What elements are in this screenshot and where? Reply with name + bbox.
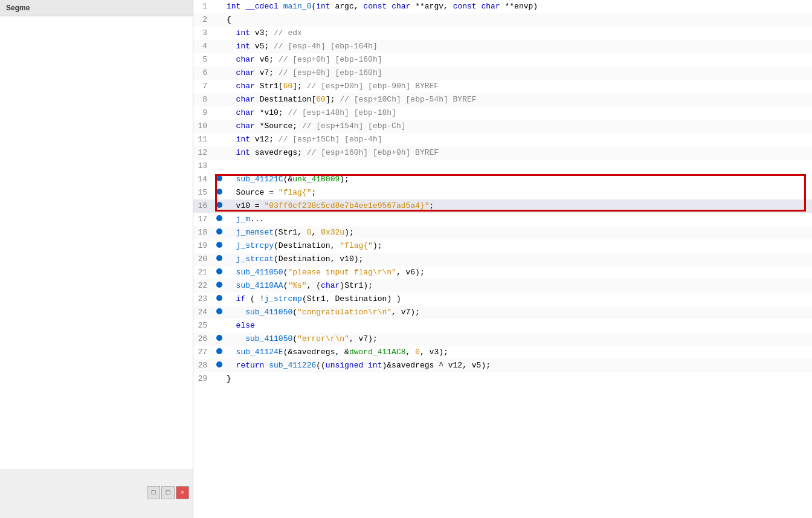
line-18: 18 j_memset(Str1, 0, 0x32u); [193, 226, 812, 239]
code-text: sub_411050("error\r\n", v7); [224, 332, 812, 346]
code-panel[interactable]: 1 int __cdecl main_0(int argc, const cha… [193, 0, 812, 518]
line-number: 11 [193, 133, 214, 146]
breakpoint-dot [214, 242, 224, 248]
line-27: 27 sub_41124E(&savedregs, &dword_411AC8,… [193, 346, 812, 359]
line-12: 12 int savedregs; // [esp+160h] [ebp+0h]… [193, 146, 812, 160]
code-text: sub_41124E(&savedregs, &dword_411AC8, 0,… [224, 346, 812, 359]
code-text: char v7; // [esp+0h] [ebp-160h] [224, 66, 812, 80]
line-16: 16 v10 = "03ff6cf238c5cd8e7b4ee1e9567ad5… [193, 199, 812, 213]
line-24: 24 sub_411050("congratulation\r\n", v7); [193, 306, 812, 319]
line-number: 3 [193, 27, 214, 40]
code-text: return sub_411226((unsigned int)&savedre… [224, 359, 812, 372]
code-text: int v3; // edx [224, 27, 812, 40]
line-number: 18 [193, 226, 214, 239]
line-number: 27 [193, 346, 214, 359]
breakpoint-dot [214, 189, 224, 195]
code-area: 1 int __cdecl main_0(int argc, const cha… [193, 0, 812, 386]
breakpoint-dot [214, 175, 224, 181]
line-26: 26 sub_411050("error\r\n", v7); [193, 332, 812, 346]
line-5: 5 char v6; // [esp+0h] [ebp-160h] [193, 53, 812, 66]
code-text: { [224, 13, 812, 27]
line-number: 1 [193, 0, 214, 13]
line-9: 9 char *v10; // [esp+148h] [ebp-18h] [193, 106, 812, 120]
breakpoint-dot [214, 268, 224, 274]
line-number: 2 [193, 13, 214, 27]
breakpoint-dot [214, 335, 224, 341]
line-25: 25 else [193, 319, 812, 332]
main-container: Segme □ □ × 1 int __cdecl main_0(int arg… [0, 0, 812, 518]
line-3: 3 int v3; // edx [193, 27, 812, 40]
line-17: 17 j_m... [193, 213, 812, 226]
line-14: 14 sub_41121C(&unk_41B009); [193, 173, 812, 186]
code-text: char *Source; // [esp+154h] [ebp-Ch] [224, 120, 812, 133]
code-text: char v6; // [esp+0h] [ebp-160h] [224, 53, 812, 66]
line-29: 29 } [193, 372, 812, 386]
sidebar: Segme □ □ × [0, 0, 193, 518]
line-19: 19 j_strcpy(Destination, "flag{"); [193, 239, 812, 253]
code-text: int __cdecl main_0(int argc, const char … [224, 0, 812, 13]
sidebar-content [0, 16, 193, 470]
code-text: if ( !j_strcmp(Str1, Destination) ) [224, 293, 812, 306]
line-number: 17 [193, 213, 214, 226]
breakpoint-dot [214, 282, 224, 288]
code-text: int savedregs; // [esp+160h] [ebp+0h] BY… [224, 146, 812, 160]
minimize-button[interactable]: □ [147, 486, 160, 499]
line-number: 4 [193, 40, 214, 53]
sidebar-bottom: □ □ × [0, 470, 193, 518]
code-text: else [224, 319, 812, 332]
code-text: sub_4110AA("%s", (char)Str1); [224, 279, 812, 293]
code-text: v10 = "03ff6cf238c5cd8e7b4ee1e9567ad5a4}… [224, 199, 812, 213]
code-text: Source = "flag{"; [224, 186, 812, 199]
line-23: 23 if ( !j_strcmp(Str1, Destination) ) [193, 293, 812, 306]
code-text: sub_411050("congratulation\r\n", v7); [224, 306, 812, 319]
line-number: 7 [193, 80, 214, 93]
restore-button[interactable]: □ [161, 486, 175, 499]
sidebar-header: Segme [0, 0, 193, 16]
breakpoint-dot [214, 348, 224, 354]
line-20: 20 j_strcat(Destination, v10); [193, 253, 812, 266]
line-number: 23 [193, 293, 214, 306]
line-number: 16 [193, 199, 214, 213]
line-number: 15 [193, 186, 214, 199]
line-6: 6 char v7; // [esp+0h] [ebp-160h] [193, 66, 812, 80]
line-15: 15 Source = "flag{"; [193, 186, 812, 199]
breakpoint-dot [214, 308, 224, 314]
close-button[interactable]: × [176, 486, 189, 499]
line-number: 28 [193, 359, 214, 372]
line-number: 10 [193, 120, 214, 133]
line-21: 21 sub_411050("please input flag\r\n", v… [193, 266, 812, 279]
line-28: 28 return sub_411226((unsigned int)&save… [193, 359, 812, 372]
line-11: 11 int v12; // [esp+15Ch] [ebp-4h] [193, 133, 812, 146]
line-number: 20 [193, 253, 214, 266]
line-13: 13 [193, 160, 812, 173]
line-number: 6 [193, 66, 214, 80]
line-8: 8 char Destination[60]; // [esp+10Ch] [e… [193, 93, 812, 106]
line-2: 2 { [193, 13, 812, 27]
code-text: char Destination[60]; // [esp+10Ch] [ebp… [224, 93, 812, 106]
code-text: char *v10; // [esp+148h] [ebp-18h] [224, 106, 812, 120]
line-number: 13 [193, 160, 214, 173]
line-number: 21 [193, 266, 214, 279]
line-4: 4 int v5; // [esp-4h] [ebp-164h] [193, 40, 812, 53]
line-number: 29 [193, 372, 214, 386]
highlighted-section: 14 sub_41121C(&unk_41B009); 15 Source = … [193, 173, 812, 213]
code-text: j_strcat(Destination, v10); [224, 253, 812, 266]
code-text: sub_411050("please input flag\r\n", v6); [224, 266, 812, 279]
line-number: 9 [193, 106, 214, 120]
code-text: j_memset(Str1, 0, 0x32u); [224, 226, 812, 239]
breakpoint-dot [214, 361, 224, 367]
line-number: 22 [193, 279, 214, 293]
line-number: 19 [193, 239, 214, 253]
breakpoint-dot [214, 295, 224, 301]
breakpoint-dot [214, 255, 224, 261]
line-number: 14 [193, 173, 214, 186]
line-number: 26 [193, 332, 214, 346]
breakpoint-dot [214, 215, 224, 221]
code-text: char Str1[60]; // [esp+D0h] [ebp-90h] BY… [224, 80, 812, 93]
line-number: 5 [193, 53, 214, 66]
line-number: 24 [193, 306, 214, 319]
line-22: 22 sub_4110AA("%s", (char)Str1); [193, 279, 812, 293]
breakpoint-dot [214, 202, 224, 208]
code-text: } [224, 372, 812, 386]
breakpoint-dot [214, 228, 224, 235]
